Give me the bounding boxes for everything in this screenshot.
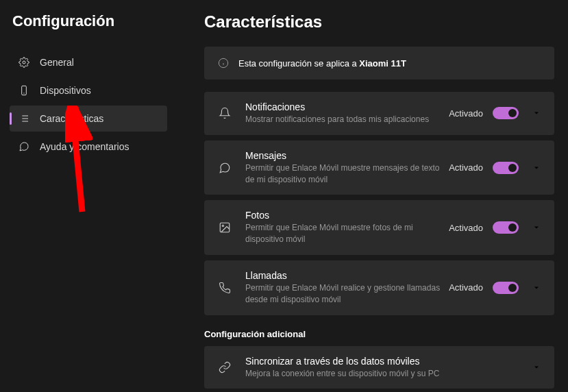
feature-desc: Permitir que Enlace Móvil muestre mensaj… (245, 162, 449, 186)
status-label: Activado (449, 282, 483, 293)
banner-prefix: Esta configuración se aplica a (238, 58, 359, 69)
bell-icon (218, 106, 232, 120)
sidebar: Configuración General Dispositivos Carac… (0, 0, 177, 392)
info-icon (218, 58, 229, 69)
feature-photos[interactable]: Fotos Permitir que Enlace Móvil muestre … (204, 200, 554, 255)
chevron-down-icon[interactable] (532, 164, 541, 172)
sidebar-item-label: General (40, 57, 74, 68)
svg-point-13 (222, 225, 223, 226)
feature-calls[interactable]: Llamadas Permitir que Enlace Móvil reali… (204, 260, 554, 315)
chevron-down-icon[interactable] (532, 363, 541, 371)
phone-call-icon (218, 281, 232, 295)
sidebar-title: Configuración (10, 12, 167, 30)
sidebar-item-general[interactable]: General (10, 49, 167, 75)
feature-desc: Permitir que Enlace Móvil realice y gest… (245, 282, 449, 306)
status-label: Activado (449, 162, 483, 173)
svg-rect-1 (22, 86, 27, 95)
status-label: Activado (449, 223, 483, 233)
additional-section-header: Configuración adicional (204, 329, 554, 339)
sidebar-item-help[interactable]: Ayuda y comentarios (10, 134, 167, 160)
list-icon (18, 112, 30, 125)
feature-title: Notificaciones (245, 101, 449, 112)
image-icon (218, 221, 232, 234)
feature-messages[interactable]: Mensajes Permitir que Enlace Móvil muest… (204, 140, 554, 195)
chevron-down-icon[interactable] (532, 284, 541, 292)
main-content: Características Esta configuración se ap… (177, 0, 568, 392)
feature-desc: Mejora la conexión entre su dispositivo … (245, 368, 519, 380)
sidebar-item-devices[interactable]: Dispositivos (10, 77, 167, 103)
feature-title: Fotos (245, 210, 449, 221)
status-label: Activado (449, 108, 483, 119)
chevron-down-icon[interactable] (532, 223, 541, 232)
page-title: Características (204, 12, 554, 32)
chevron-down-icon[interactable] (532, 109, 541, 117)
link-icon (218, 360, 232, 374)
toggle-messages[interactable] (493, 162, 519, 174)
feature-sync-mobile[interactable]: Sincronizar a través de los datos móvile… (204, 346, 554, 389)
sidebar-item-label: Características (40, 113, 103, 124)
sidebar-item-label: Dispositivos (40, 85, 91, 96)
feature-title: Mensajes (245, 150, 449, 161)
svg-point-0 (23, 61, 25, 64)
toggle-calls[interactable] (493, 282, 519, 294)
toggle-notifications[interactable] (493, 107, 519, 119)
device-banner: Esta configuración se aplica a Xiaomi 11… (204, 47, 554, 79)
sidebar-item-label: Ayuda y comentarios (40, 141, 129, 152)
feedback-icon (18, 140, 30, 153)
banner-device: Xiaomi 11T (359, 58, 406, 69)
feature-title: Sincronizar a través de los datos móvile… (245, 356, 519, 367)
toggle-photos[interactable] (493, 221, 519, 234)
feature-title: Llamadas (245, 270, 449, 281)
feature-desc: Mostrar notificaciones para todas mis ap… (245, 114, 449, 125)
sidebar-item-features[interactable]: Características (10, 106, 167, 132)
message-icon (218, 161, 232, 175)
phone-icon (18, 84, 30, 97)
gear-icon (18, 56, 30, 69)
feature-notifications[interactable]: Notificaciones Mostrar notificaciones pa… (204, 92, 554, 135)
feature-desc: Permitir que Enlace Móvil muestre fotos … (245, 222, 449, 245)
